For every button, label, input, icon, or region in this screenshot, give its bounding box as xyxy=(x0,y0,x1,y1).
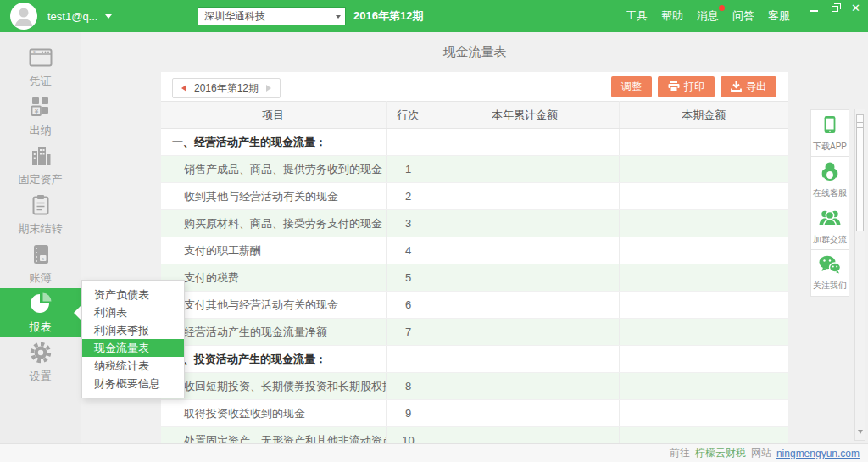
footer-goto-label: 前往 xyxy=(670,446,690,460)
sidebar: s 凭证 ¥ 出纳 固定资产 期末结转 xyxy=(0,32,81,443)
company-select[interactable]: 深圳华通科技 xyxy=(198,7,346,25)
download-app-card[interactable]: 下载APP xyxy=(810,109,849,157)
scrollbar-grip-icon xyxy=(857,122,863,128)
col-header-period: 本期金额 xyxy=(619,102,788,129)
restore-button[interactable] xyxy=(829,3,840,14)
period-selector: 2016年第12期 xyxy=(172,78,281,98)
table-row: 处置固定资产、无形资产和其他非流动资产收回的现金净额10 xyxy=(161,427,788,444)
card-label: 关注我们 xyxy=(813,280,847,292)
fixed-assets-icon xyxy=(30,144,52,168)
right-panel: 下载APP 在线客服 加群交流 关注我们 xyxy=(810,110,849,297)
wechat-icon xyxy=(819,255,841,277)
sidebar-item-voucher[interactable]: s 凭证 xyxy=(0,42,81,92)
submenu-item-tax-stats[interactable]: 纳税统计表 xyxy=(82,357,184,375)
footer-site-link[interactable]: ningmengyun.com xyxy=(776,448,860,459)
table-row: 支付的职工薪酬4 xyxy=(161,237,788,264)
menu-messages[interactable]: 消息 xyxy=(697,8,719,24)
sidebar-item-label: 设置 xyxy=(30,369,52,384)
sidebar-item-label: 期末结转 xyxy=(19,221,63,237)
menu-qa[interactable]: 问答 xyxy=(732,8,754,24)
table-row: 收回短期投资、长期债券投资和长期股权投资收到的现金8 xyxy=(161,373,788,400)
qq-icon xyxy=(820,161,840,185)
select-caret-icon xyxy=(331,8,345,25)
menu-tools[interactable]: 工具 xyxy=(626,8,648,24)
app-window: test1@q... 深圳华通科技 2016年第12期 工具 帮助 消息 问答 … xyxy=(0,0,868,462)
export-button[interactable]: 导出 xyxy=(721,76,776,97)
footer-site-label: 网站 xyxy=(751,446,771,460)
toolbar-actions: 调整 打印 导出 xyxy=(611,76,776,97)
submenu-item-cash-flow[interactable]: 现金流量表 xyxy=(82,339,184,357)
next-period-button[interactable] xyxy=(266,85,275,92)
submenu-item-income-statement[interactable]: 利润表 xyxy=(82,303,184,321)
printer-icon xyxy=(668,81,680,94)
period-selector-value: 2016年第12期 xyxy=(194,81,259,96)
settings-icon xyxy=(29,341,53,365)
menu-support[interactable]: 客服 xyxy=(768,8,790,24)
topbar-period-label: 2016年第12期 xyxy=(353,0,423,32)
footer-bar: 前往 柠檬云财税 网站 ningmengyun.com xyxy=(0,443,868,462)
user-menu[interactable]: test1@q... xyxy=(47,0,112,32)
col-header-line: 行次 xyxy=(386,102,431,129)
card-label: 加群交流 xyxy=(813,234,847,246)
voucher-icon: s xyxy=(29,46,53,70)
table-row: 二、投资活动产生的现金流量： xyxy=(161,346,788,373)
topbar: test1@q... 深圳华通科技 2016年第12期 工具 帮助 消息 问答 … xyxy=(0,0,868,32)
avatar[interactable] xyxy=(10,3,37,30)
table-row: 购买原材料、商品、接受劳务支付的现金3 xyxy=(161,210,788,237)
sidebar-item-label: 报表 xyxy=(30,320,52,335)
sidebar-item-ledger[interactable]: s 账簿 xyxy=(0,239,81,288)
table-row: 销售产成品、商品、提供劳务收到的现金1 xyxy=(161,156,788,183)
follow-us-card[interactable]: 关注我们 xyxy=(810,249,849,297)
sidebar-nav: s 凭证 ¥ 出纳 固定资产 期末结转 xyxy=(0,32,81,387)
window-controls: ✕ xyxy=(808,3,861,14)
sidebar-item-label: 出纳 xyxy=(30,123,52,138)
footer-brand-label: 柠檬云财税 xyxy=(695,446,746,460)
group-icon xyxy=(819,208,841,231)
print-button[interactable]: 打印 xyxy=(658,76,715,97)
scrollbar-thumb[interactable] xyxy=(856,114,864,231)
join-group-card[interactable]: 加群交流 xyxy=(810,203,849,250)
sidebar-item-reports[interactable]: 报表 xyxy=(0,288,81,337)
card-label: 在线客服 xyxy=(813,187,847,199)
close-button[interactable]: ✕ xyxy=(850,3,861,14)
sidebar-item-fixed-assets[interactable]: 固定资产 xyxy=(0,141,81,190)
prev-period-button[interactable] xyxy=(178,85,186,92)
submenu-item-balance-sheet[interactable]: 资产负债表 xyxy=(82,286,184,303)
col-header-item: 项目 xyxy=(161,102,386,129)
submenu-item-income-quarterly[interactable]: 利润表季报 xyxy=(82,321,184,339)
download-icon xyxy=(731,81,742,94)
table-row: 取得投资收益收到的现金9 xyxy=(161,400,788,427)
sidebar-item-period-end[interactable]: 期末结转 xyxy=(0,190,81,239)
table-row: 收到其他与经营活动有关的现金2 xyxy=(161,183,788,210)
menu-help[interactable]: 帮助 xyxy=(661,8,683,24)
sidebar-item-cashier[interactable]: ¥ 出纳 xyxy=(0,92,81,141)
vertical-scrollbar[interactable] xyxy=(854,109,865,441)
adjust-button[interactable]: 调整 xyxy=(611,76,652,97)
online-service-card[interactable]: 在线客服 xyxy=(810,156,849,203)
page-title: 现金流量表 xyxy=(161,44,788,60)
username: test1@q... xyxy=(47,10,97,23)
phone-icon xyxy=(821,114,839,138)
card-label: 下载APP xyxy=(813,141,847,153)
topbar-menu: 工具 帮助 消息 问答 客服 xyxy=(626,0,790,32)
report-submenu: 资产负债表 利润表 利润表季报 现金流量表 纳税统计表 财务概要信息 xyxy=(81,280,185,398)
scroll-down-arrow-icon[interactable] xyxy=(858,430,863,437)
table-row: 支付其他与经营活动有关的现金6 xyxy=(161,292,788,319)
sidebar-item-settings[interactable]: 设置 xyxy=(0,337,81,387)
user-icon xyxy=(10,3,37,30)
chevron-down-icon xyxy=(105,14,112,22)
report-panel: 2016年第12期 调整 打印 导出 xyxy=(161,72,788,443)
table-header-row: 项目 行次 本年累计金额 本期金额 xyxy=(161,102,788,129)
reports-icon xyxy=(29,292,53,315)
sidebar-item-label: 固定资产 xyxy=(19,172,63,187)
table-row: 经营活动产生的现金流量净额7 xyxy=(161,319,788,346)
report-table: 项目 行次 本年累计金额 本期金额 一、经营活动产生的现金流量： 销售产成品、商… xyxy=(161,101,788,443)
submenu-item-finance-summary[interactable]: 财务概要信息 xyxy=(82,375,184,392)
table-row: 一、经营活动产生的现金流量： xyxy=(161,129,788,156)
sidebar-item-label: 账簿 xyxy=(30,270,52,286)
minimize-button[interactable] xyxy=(808,3,819,14)
sidebar-item-label: 凭证 xyxy=(30,74,52,89)
report-table-wrap: 项目 行次 本年累计金额 本期金额 一、经营活动产生的现金流量： 销售产成品、商… xyxy=(161,101,788,443)
notification-dot xyxy=(719,5,725,11)
table-row: 支付的税费5 xyxy=(161,264,788,292)
